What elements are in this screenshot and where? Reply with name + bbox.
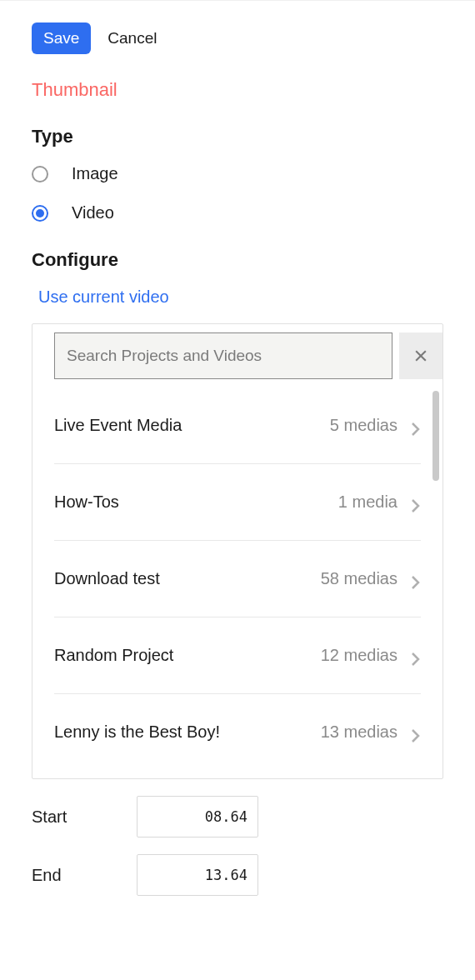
chevron-right-icon xyxy=(411,498,421,508)
project-row[interactable]: How-Tos 1 media xyxy=(54,464,421,541)
thumbnail-heading: Thumbnail xyxy=(32,79,443,101)
radio-input-image[interactable] xyxy=(32,166,48,182)
start-time-row: Start xyxy=(32,796,443,838)
project-name: How-Tos xyxy=(54,492,338,512)
start-input[interactable] xyxy=(137,796,258,838)
project-count: 1 media xyxy=(338,492,398,512)
project-row[interactable]: Live Event Media 5 medias xyxy=(54,388,421,464)
project-picker-panel: Live Event Media 5 medias How-Tos 1 medi… xyxy=(32,323,443,779)
divider xyxy=(0,0,475,1)
end-time-row: End xyxy=(32,854,443,896)
end-input[interactable] xyxy=(137,854,258,896)
project-name: Lenny is the Best Boy! xyxy=(54,722,321,742)
picker-header xyxy=(32,324,442,388)
close-icon xyxy=(412,348,429,364)
project-row[interactable]: Download test 58 medias xyxy=(54,541,421,618)
radio-row-image[interactable]: Image xyxy=(32,164,443,183)
radio-label-video: Video xyxy=(72,203,114,222)
chevron-right-icon xyxy=(411,651,421,661)
radio-row-video[interactable]: Video xyxy=(32,203,443,222)
save-button[interactable]: Save xyxy=(32,22,91,54)
project-count: 58 medias xyxy=(321,569,398,588)
configure-heading: Configure xyxy=(32,249,443,271)
project-list: Live Event Media 5 medias How-Tos 1 medi… xyxy=(32,388,442,778)
cancel-button[interactable]: Cancel xyxy=(108,29,157,48)
end-label: End xyxy=(32,866,137,885)
project-count: 13 medias xyxy=(321,722,398,742)
type-heading: Type xyxy=(32,126,443,148)
scrollbar-thumb[interactable] xyxy=(432,391,439,481)
top-actions: Save Cancel xyxy=(32,22,443,54)
start-label: Start xyxy=(32,808,137,827)
project-name: Random Project xyxy=(54,646,321,665)
chevron-right-icon xyxy=(411,728,421,738)
radio-label-image: Image xyxy=(72,164,118,183)
project-row[interactable]: Random Project 12 medias xyxy=(54,618,421,694)
clear-search-button[interactable] xyxy=(399,332,442,379)
project-name: Download test xyxy=(54,569,321,588)
use-current-video-link[interactable]: Use current video xyxy=(38,288,169,307)
project-count: 12 medias xyxy=(321,646,398,665)
project-name: Live Event Media xyxy=(54,416,330,435)
radio-input-video[interactable] xyxy=(32,205,48,222)
search-input[interactable] xyxy=(54,332,392,379)
chevron-right-icon xyxy=(411,421,421,431)
type-radio-group: Image Video xyxy=(32,164,443,222)
project-row[interactable]: Lenny is the Best Boy! 13 medias xyxy=(54,694,421,770)
project-count: 5 medias xyxy=(330,416,398,435)
chevron-right-icon xyxy=(411,574,421,584)
